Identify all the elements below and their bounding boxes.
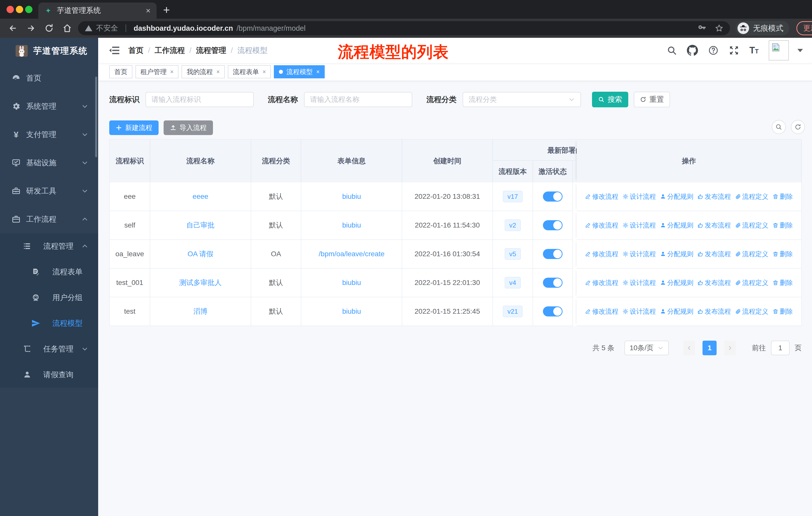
delete-link[interactable]: 删除 bbox=[773, 221, 793, 230]
github-icon[interactable] bbox=[687, 45, 698, 56]
sidebar-item-system[interactable]: 系统管理 bbox=[0, 92, 98, 120]
page-number-1[interactable]: 1 bbox=[702, 341, 717, 355]
tag-close-icon[interactable]: × bbox=[170, 69, 173, 75]
design-process-link[interactable]: 设计流程 bbox=[622, 192, 656, 201]
delete-link[interactable]: 删除 bbox=[773, 250, 793, 259]
active-toggle[interactable] bbox=[543, 191, 562, 201]
publish-process-link[interactable]: 发布流程 bbox=[697, 221, 731, 230]
form-info-link[interactable]: biubiu bbox=[342, 192, 361, 200]
form-info-link[interactable]: biubiu bbox=[342, 279, 361, 287]
search-button[interactable]: 搜索 bbox=[592, 92, 628, 107]
create-process-button[interactable]: 新建流程 bbox=[109, 120, 158, 135]
form-info-link[interactable]: biubiu bbox=[342, 307, 361, 316]
tag-tenant[interactable]: 租户管理× bbox=[136, 65, 178, 78]
process-definition-link[interactable]: 流程定义 bbox=[735, 221, 768, 230]
tag-close-icon[interactable]: × bbox=[316, 69, 319, 75]
assign-rule-link[interactable]: 分配规则 bbox=[660, 278, 693, 287]
breadcrumb-home[interactable]: 首页 bbox=[128, 45, 143, 56]
prev-page-button[interactable] bbox=[684, 341, 695, 355]
form-info-link[interactable]: biubiu bbox=[342, 221, 361, 229]
design-process-link[interactable]: 设计流程 bbox=[622, 221, 656, 230]
app-logo[interactable]: 芋道管理系统 bbox=[0, 38, 98, 64]
hide-search-icon[interactable] bbox=[772, 120, 786, 134]
tab-close-icon[interactable]: × bbox=[146, 6, 150, 15]
active-toggle[interactable] bbox=[543, 249, 562, 259]
refresh-icon[interactable] bbox=[791, 120, 805, 134]
process-key-input[interactable] bbox=[145, 92, 254, 107]
home-icon[interactable] bbox=[60, 21, 75, 35]
process-name-link[interactable]: eeee bbox=[193, 192, 208, 200]
back-icon[interactable] bbox=[5, 21, 20, 35]
window-minimize-button[interactable] bbox=[16, 6, 23, 13]
header-search-icon[interactable] bbox=[667, 45, 677, 55]
font-size-icon[interactable]: TT bbox=[749, 45, 759, 56]
form-info-link[interactable]: /bpm/oa/leave/create bbox=[319, 250, 385, 258]
new-tab-button[interactable]: + bbox=[163, 3, 170, 17]
avatar-caret-icon[interactable] bbox=[798, 49, 803, 52]
sidebar-item-process-mgmt[interactable]: 流程管理 bbox=[0, 233, 98, 259]
process-category-select[interactable]: 流程分类 bbox=[463, 92, 581, 107]
assign-rule-link[interactable]: 分配规则 bbox=[660, 250, 693, 259]
edit-process-link[interactable]: 修改流程 bbox=[585, 221, 618, 230]
assign-rule-link[interactable]: 分配规则 bbox=[660, 192, 693, 201]
next-page-button[interactable] bbox=[724, 341, 736, 355]
sidebar-collapse-icon[interactable] bbox=[109, 46, 119, 55]
forward-icon[interactable] bbox=[24, 21, 38, 35]
breadcrumb-workflow[interactable]: 工作流程 bbox=[154, 45, 185, 56]
sidebar-item-infra[interactable]: 基础设施 bbox=[0, 148, 98, 177]
key-icon[interactable] bbox=[698, 24, 706, 32]
import-process-button[interactable]: 导入流程 bbox=[164, 120, 213, 135]
process-name-link[interactable]: OA 请假 bbox=[187, 249, 213, 259]
tag-close-icon[interactable]: × bbox=[263, 69, 266, 75]
avatar-broken-image[interactable] bbox=[769, 40, 789, 60]
process-definition-link[interactable]: 流程定义 bbox=[735, 307, 768, 316]
sidebar-item-home[interactable]: 首页 bbox=[0, 64, 98, 92]
browser-tab[interactable]: 芋道管理系统 × bbox=[38, 2, 156, 19]
publish-process-link[interactable]: 发布流程 bbox=[697, 307, 731, 316]
delete-link[interactable]: 删除 bbox=[773, 278, 793, 287]
publish-process-link[interactable]: 发布流程 bbox=[697, 278, 731, 287]
edit-process-link[interactable]: 修改流程 bbox=[585, 250, 618, 259]
tag-my-process[interactable]: 我的流程× bbox=[181, 65, 225, 78]
chrome-update-button[interactable]: 更新 ⋮ bbox=[796, 21, 812, 35]
process-name-link[interactable]: 自己审批 bbox=[186, 220, 214, 230]
edit-process-link[interactable]: 修改流程 bbox=[585, 307, 618, 316]
tag-process-model[interactable]: 流程模型× bbox=[274, 65, 324, 78]
sidebar-item-payment[interactable]: ¥ 支付管理 bbox=[0, 120, 98, 148]
process-name-link[interactable]: 测试多审批人 bbox=[179, 278, 222, 288]
window-zoom-button[interactable] bbox=[25, 6, 32, 13]
design-process-link[interactable]: 设计流程 bbox=[622, 307, 656, 316]
sidebar-item-workflow[interactable]: 工作流程 bbox=[0, 205, 98, 233]
delete-link[interactable]: 删除 bbox=[773, 307, 793, 316]
active-toggle[interactable] bbox=[543, 220, 562, 230]
process-definition-link[interactable]: 流程定义 bbox=[735, 278, 768, 287]
window-close-button[interactable] bbox=[6, 6, 14, 13]
page-size-select[interactable]: 10条/页 bbox=[625, 341, 669, 355]
tag-close-icon[interactable]: × bbox=[216, 69, 220, 75]
sidebar-item-user-group[interactable]: 用户分组 bbox=[0, 285, 98, 310]
edit-process-link[interactable]: 修改流程 bbox=[585, 192, 618, 201]
publish-process-link[interactable]: 发布流程 bbox=[697, 250, 731, 259]
edit-process-link[interactable]: 修改流程 bbox=[585, 278, 618, 287]
delete-link[interactable]: 删除 bbox=[773, 192, 793, 201]
design-process-link[interactable]: 设计流程 bbox=[622, 278, 656, 287]
sidebar-item-process-model[interactable]: 流程模型 bbox=[0, 310, 98, 336]
process-definition-link[interactable]: 流程定义 bbox=[735, 250, 768, 259]
process-definition-link[interactable]: 流程定义 bbox=[735, 192, 768, 201]
sidebar-item-leave-query[interactable]: 请假查询 bbox=[0, 362, 98, 387]
tag-process-form[interactable]: 流程表单× bbox=[228, 65, 271, 78]
reset-button[interactable]: 重置 bbox=[634, 92, 670, 107]
publish-process-link[interactable]: 发布流程 bbox=[697, 192, 731, 201]
design-process-link[interactable]: 设计流程 bbox=[622, 250, 656, 259]
sidebar-item-process-form[interactable]: 流程表单 bbox=[0, 259, 98, 285]
sidebar-item-devtools[interactable]: 研发工具 bbox=[0, 177, 98, 205]
fullscreen-icon[interactable] bbox=[729, 45, 739, 56]
bookmark-star-icon[interactable] bbox=[715, 24, 723, 32]
active-toggle[interactable] bbox=[543, 306, 562, 317]
assign-rule-link[interactable]: 分配规则 bbox=[660, 221, 693, 230]
help-icon[interactable] bbox=[708, 45, 719, 56]
process-name-link[interactable]: 滔博 bbox=[193, 307, 207, 316]
assign-rule-link[interactable]: 分配规则 bbox=[660, 307, 693, 316]
goto-page-input[interactable] bbox=[771, 341, 790, 355]
active-toggle[interactable] bbox=[543, 278, 562, 288]
